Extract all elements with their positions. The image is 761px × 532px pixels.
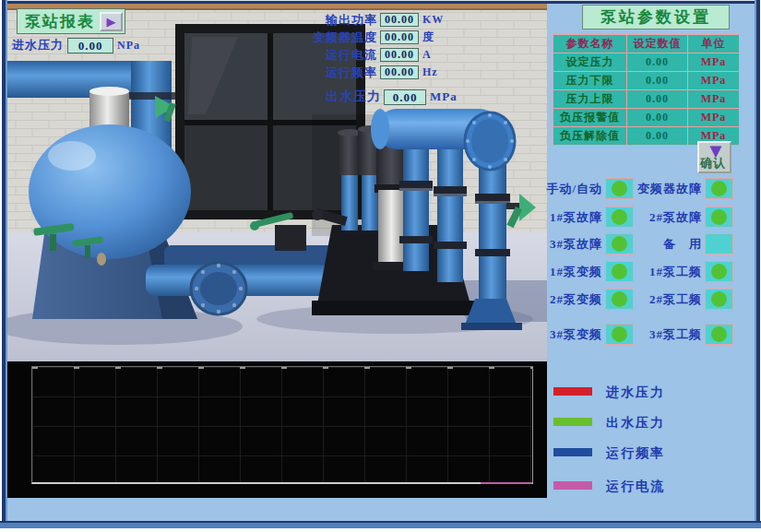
param-unit: MPa (688, 90, 740, 109)
inverter-temp-readout: 变频器温度 00.00 度 (229, 30, 450, 45)
lamp-icon (711, 264, 727, 279)
parameter-table: 参数名称 设定数值 单位 设定压力 0.00 MPa 压力下限 0.00 MPa… (553, 34, 740, 146)
legend-swatch (553, 387, 592, 396)
indicator-inverter-fault (705, 178, 733, 199)
indicator-pump1-mains (705, 261, 733, 282)
outlet-pressure-unit: MPa (430, 89, 461, 104)
param-name: 压力上限 (553, 90, 627, 109)
window-border-top (0, 0, 761, 4)
status-row: 1#泵变频 1#泵工频 (547, 261, 755, 283)
status-label-pump3-vfd: 3#泵变频 (543, 324, 602, 346)
legend-swatch (553, 418, 592, 426)
confirm-button-label: 确认 (700, 155, 726, 171)
pump-station-3d-view: 泵站报表 ▶ 进水压力 0.00 NPa 输出功率 00.00 KW 变频器温度… (7, 4, 547, 361)
legend-item-inlet-pressure: 进水压力 (547, 384, 755, 399)
table-header-row: 参数名称 设定数值 单位 (553, 35, 740, 53)
status-label-pump1-vfd: 1#泵变频 (543, 261, 602, 283)
settings-status-panel: 泵站参数设置 参数名称 设定数值 单位 设定压力 0.00 MPa 压力下限 0… (547, 4, 755, 522)
status-label-pump2-mains: 2#泵工频 (636, 289, 702, 311)
status-label-pump1-fault: 1#泵故障 (543, 207, 602, 229)
legend-swatch (553, 481, 592, 490)
report-button[interactable]: 泵站报表 ▶ (17, 8, 125, 34)
lamp-icon (612, 291, 627, 307)
status-row: 3#泵变频 3#泵工频 (547, 324, 755, 346)
status-row: 1#泵故障 2#泵故障 (547, 207, 755, 229)
status-row: 2#泵变频 2#泵工频 (547, 289, 755, 311)
indicator-spare (705, 233, 733, 254)
window-border-right (755, 0, 761, 532)
outlet-pressure-label: 出水压力 (326, 89, 381, 105)
play-icon[interactable]: ▶ (100, 12, 123, 31)
lamp-icon (711, 326, 727, 342)
window-border-left (0, 0, 7, 532)
param-value-field[interactable]: 0.00 (627, 72, 688, 90)
indicator-pump3-mains (705, 324, 733, 345)
lamp-icon (612, 209, 627, 225)
status-label-manual-auto: 手动/自动 (543, 178, 602, 200)
lamp-icon (711, 291, 727, 307)
outlet-pressure-value: 0.00 (384, 89, 426, 105)
run-current-readout: 运行电流 00.00 A (229, 47, 450, 63)
legend-item-run-current: 运行电流 (547, 479, 755, 493)
outlet-pressure-readout: 出水压力 0.00 MPa (229, 89, 461, 105)
legend-item-outlet-pressure: 出水压力 (547, 415, 755, 430)
status-label-pump2-fault: 2#泵故障 (636, 207, 702, 229)
lamp-icon (612, 236, 627, 252)
output-power-unit: KW (422, 13, 450, 27)
param-value-field[interactable]: 0.00 (627, 127, 688, 146)
run-frequency-unit: Hz (422, 65, 450, 79)
table-row: 负压报警值 0.00 MPa (553, 109, 740, 127)
window-border-bottom (0, 521, 761, 532)
confirm-button[interactable]: ▼ 确认 (697, 141, 731, 173)
run-current-unit: A (422, 48, 450, 62)
status-row: 手动/自动 变频器故障 (547, 178, 755, 200)
param-value-field[interactable]: 0.00 (627, 53, 688, 72)
indicator-pump2-fault (705, 207, 733, 228)
status-label-pump2-vfd: 2#泵变频 (543, 289, 602, 311)
legend-item-run-frequency: 运行频率 (547, 445, 755, 460)
param-unit: MPa (688, 72, 740, 90)
output-power-value: 00.00 (380, 13, 419, 27)
hmi-screen: 泵站报表 ▶ 进水压力 0.00 NPa 输出功率 00.00 KW 变频器温度… (0, 0, 761, 532)
lamp-icon (612, 181, 627, 196)
indicator-pump3-vfd (605, 324, 634, 345)
report-button-label: 泵站报表 (25, 11, 95, 32)
trend-plot-area (31, 366, 533, 484)
legend-label: 进水压力 (606, 384, 665, 401)
table-row: 压力下限 0.00 MPa (553, 72, 740, 90)
indicator-pump1-fault (605, 207, 634, 228)
status-label-spare: 备 用 (636, 233, 702, 255)
legend-label: 运行频率 (606, 445, 665, 462)
trend-chart (7, 361, 547, 498)
col-header-value: 设定数值 (627, 35, 688, 53)
param-name: 设定压力 (553, 53, 627, 72)
indicator-pump1-vfd (605, 261, 634, 282)
status-label-pump1-mains: 1#泵工频 (636, 261, 702, 283)
lamp-icon (612, 326, 627, 342)
lamp-icon (711, 181, 727, 196)
legend-swatch (553, 448, 592, 456)
col-header-name: 参数名称 (553, 35, 627, 53)
status-row: 3#泵故障 备 用 (547, 233, 755, 255)
param-unit: MPa (688, 109, 740, 127)
param-value-field[interactable]: 0.00 (627, 109, 688, 127)
status-label-pump3-fault: 3#泵故障 (543, 233, 602, 255)
lamp-icon (711, 209, 727, 225)
table-row: 设定压力 0.00 MPa (553, 53, 740, 72)
inlet-pressure-readout: 进水压力 0.00 NPa (12, 37, 140, 53)
indicator-pump2-mains (705, 289, 733, 310)
panel-title: 泵站参数设置 (582, 5, 730, 30)
param-value-field[interactable]: 0.00 (627, 90, 688, 109)
col-header-unit: 单位 (688, 35, 740, 53)
run-frequency-label: 运行频率 (326, 65, 377, 81)
output-power-label: 输出功率 (326, 12, 377, 29)
legend-label: 出水压力 (606, 415, 665, 432)
indicator-manual-auto (605, 178, 634, 199)
inverter-temp-unit: 度 (422, 30, 450, 45)
inlet-pressure-unit: NPa (117, 39, 140, 53)
axis-ticks (32, 367, 532, 369)
indicator-pump2-vfd (605, 289, 634, 310)
run-current-label: 运行电流 (326, 47, 377, 64)
inlet-pressure-label: 进水压力 (12, 37, 64, 53)
inverter-temp-value: 00.00 (380, 30, 419, 44)
